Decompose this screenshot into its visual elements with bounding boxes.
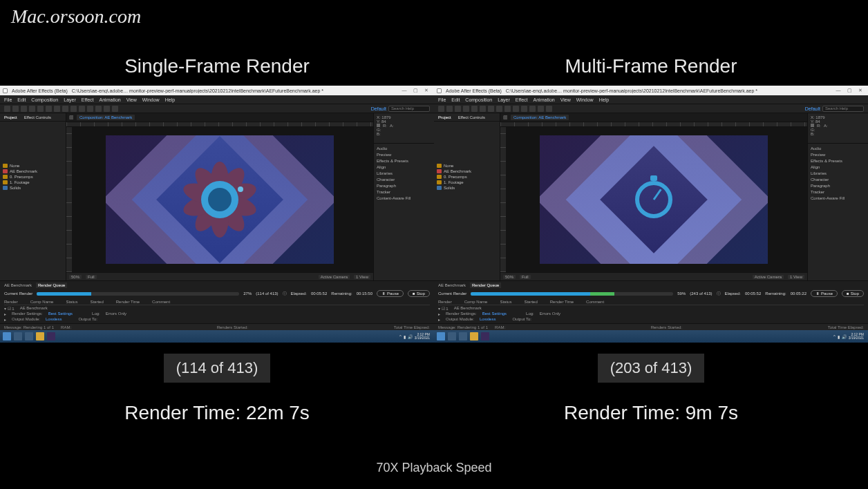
menu-animation[interactable]: Animation xyxy=(534,97,555,102)
network-icon[interactable]: ▮ xyxy=(838,334,840,339)
resolution-select[interactable]: Full xyxy=(520,275,531,279)
panel-caf[interactable]: Content-Aware Fill xyxy=(811,196,865,200)
maximize-button[interactable]: ▢ xyxy=(845,88,854,93)
menu-layer[interactable]: Layer xyxy=(498,97,510,102)
home-icon[interactable] xyxy=(438,106,444,112)
composition-tab[interactable]: Composition: AE Benchmark xyxy=(77,115,135,120)
menu-edit[interactable]: Edit xyxy=(451,97,460,102)
menu-help[interactable]: Help xyxy=(599,97,609,102)
orbit-tool-icon[interactable] xyxy=(37,106,44,112)
viewport[interactable] xyxy=(66,127,373,272)
tab-effect-controls[interactable]: Effect Controls xyxy=(23,115,53,119)
render-queue-tab[interactable]: Render Queue xyxy=(470,282,501,288)
task-view-icon[interactable] xyxy=(459,332,467,341)
puppet-tool-icon[interactable] xyxy=(112,106,118,112)
info-icon[interactable]: ⓘ xyxy=(283,291,287,297)
menu-file[interactable]: File xyxy=(4,97,12,102)
tab-project[interactable]: Project xyxy=(437,115,453,119)
stop-button[interactable]: ■Stop xyxy=(408,290,430,297)
start-button[interactable] xyxy=(437,332,445,341)
system-tray[interactable]: ^ ▮ 🔊 2:12 PM 3/19/2021 xyxy=(399,333,431,340)
roto-tool-icon[interactable] xyxy=(538,106,544,112)
timeline-comp-tab[interactable]: AE Benchmark xyxy=(438,283,466,287)
chevron-up-icon[interactable]: ^ xyxy=(833,334,836,338)
folder-row[interactable]: 1. Footage xyxy=(0,180,66,185)
menu-window[interactable]: Window xyxy=(142,97,160,102)
selection-tool-icon[interactable] xyxy=(12,106,19,112)
minimize-button[interactable]: — xyxy=(399,88,409,93)
panel-preview[interactable]: Preview xyxy=(377,153,431,157)
composition-tab[interactable]: Composition: AE Benchmark xyxy=(511,115,569,120)
menubar[interactable]: File Edit Composition Layer Effect Anima… xyxy=(434,95,868,104)
panel-align[interactable]: Align xyxy=(811,165,865,169)
menu-composition[interactable]: Composition xyxy=(465,97,492,102)
folder-row[interactable]: 1. Footage xyxy=(434,180,500,185)
pause-button[interactable]: ⏸Pause xyxy=(811,290,838,297)
hand-tool-icon[interactable] xyxy=(21,106,27,112)
panel-character[interactable]: Character xyxy=(377,178,431,182)
folder-row[interactable]: None xyxy=(0,163,66,169)
layout-icon[interactable]: ▥ xyxy=(503,115,508,120)
zoom-tool-icon[interactable] xyxy=(29,106,35,112)
workspace-label[interactable]: Default xyxy=(805,106,820,111)
eraser-tool-icon[interactable] xyxy=(95,106,102,112)
panel-paragraph[interactable]: Paragraph xyxy=(377,184,431,188)
rect-tool-icon[interactable] xyxy=(54,106,60,112)
text-tool-icon[interactable] xyxy=(70,106,77,112)
panel-audio[interactable]: Audio xyxy=(377,146,431,151)
camera-select[interactable]: Active Camera xyxy=(319,275,350,279)
selection-tool-icon[interactable] xyxy=(446,106,453,112)
start-button[interactable] xyxy=(3,332,11,341)
stamp-tool-icon[interactable] xyxy=(87,106,93,112)
maximize-button[interactable]: ▢ xyxy=(411,88,420,93)
network-icon[interactable]: ▮ xyxy=(404,334,406,339)
sound-icon[interactable]: 🔊 xyxy=(408,334,413,339)
stamp-tool-icon[interactable] xyxy=(521,106,527,112)
folder-row[interactable]: 0. Precomps xyxy=(434,174,500,180)
panel-effects[interactable]: Effects & Presets xyxy=(377,159,431,163)
search-icon[interactable] xyxy=(448,332,456,341)
explorer-icon[interactable] xyxy=(36,332,44,341)
ae-taskbar-icon[interactable] xyxy=(481,332,489,341)
info-icon[interactable]: ⓘ xyxy=(717,291,721,297)
ae-taskbar-icon[interactable] xyxy=(47,332,55,341)
zoom-tool-icon[interactable] xyxy=(463,106,469,112)
brush-tool-icon[interactable] xyxy=(79,106,85,112)
zoom-level[interactable]: 50% xyxy=(69,275,82,279)
chevron-up-icon[interactable]: ^ xyxy=(399,334,402,338)
minimize-button[interactable]: — xyxy=(833,88,843,93)
search-icon[interactable] xyxy=(14,332,22,341)
menu-animation[interactable]: Animation xyxy=(100,97,121,102)
hand-tool-icon[interactable] xyxy=(455,106,461,112)
system-tray[interactable]: ^ ▮ 🔊 2:12 PM 3/19/2021 xyxy=(833,333,865,340)
panel-effects[interactable]: Effects & Presets xyxy=(811,159,865,163)
menu-view[interactable]: View xyxy=(126,97,137,102)
folder-row[interactable]: AE Benchmark xyxy=(0,169,66,174)
menu-layer[interactable]: Layer xyxy=(64,97,76,102)
explorer-icon[interactable] xyxy=(470,332,478,341)
resolution-select[interactable]: Full xyxy=(86,275,97,279)
close-button[interactable]: ✕ xyxy=(422,88,431,93)
layout-icon[interactable]: ▥ xyxy=(69,115,74,120)
zoom-level[interactable]: 50% xyxy=(503,275,516,279)
task-view-icon[interactable] xyxy=(25,332,33,341)
panel-tracker[interactable]: Tracker xyxy=(811,190,865,194)
menu-window[interactable]: Window xyxy=(576,97,594,102)
rotate-tool-icon[interactable] xyxy=(480,106,486,112)
roto-tool-icon[interactable] xyxy=(104,106,110,112)
menu-file[interactable]: File xyxy=(438,97,446,102)
text-tool-icon[interactable] xyxy=(504,106,511,112)
menu-effect[interactable]: Effect xyxy=(516,97,528,102)
viewport[interactable] xyxy=(500,127,807,272)
render-queue-tab[interactable]: Render Queue xyxy=(36,282,67,288)
pause-button[interactable]: ⏸Pause xyxy=(377,290,404,297)
menu-composition[interactable]: Composition xyxy=(31,97,58,102)
panel-preview[interactable]: Preview xyxy=(811,153,865,157)
folder-row[interactable]: None xyxy=(434,163,500,169)
panel-caf[interactable]: Content-Aware Fill xyxy=(377,196,431,200)
panel-align[interactable]: Align xyxy=(377,165,431,169)
folder-row[interactable]: 0. Precomps xyxy=(0,174,66,180)
stop-button[interactable]: ■Stop xyxy=(842,290,864,297)
menu-view[interactable]: View xyxy=(560,97,571,102)
menu-effect[interactable]: Effect xyxy=(82,97,94,102)
